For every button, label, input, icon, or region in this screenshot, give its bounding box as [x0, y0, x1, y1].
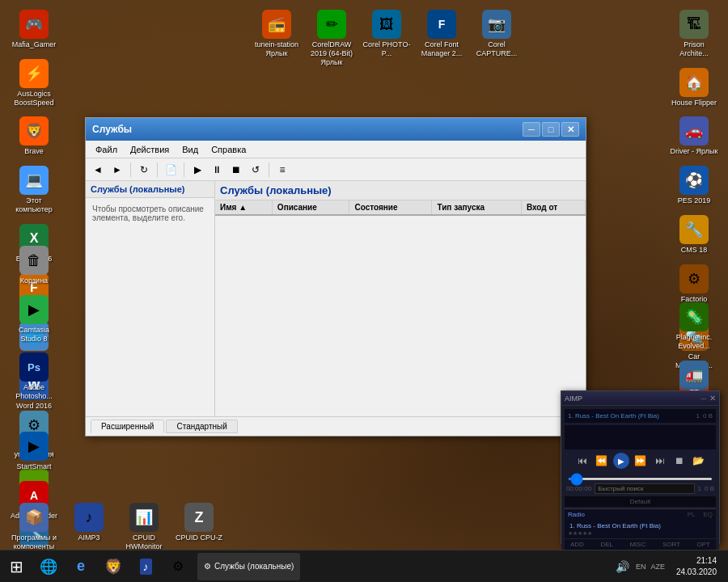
aimp-fastforward[interactable]: ⏩	[633, 453, 649, 469]
aimp-misc-btn[interactable]: MISC	[627, 541, 648, 548]
menu-view[interactable]: Вид	[176, 143, 205, 156]
desktop-icon-programs[interactable]: 📦 Программы и компоненты	[8, 500, 60, 555]
toolbar-props[interactable]: ≡	[273, 161, 291, 179]
startsmart-label: StartSmart	[16, 462, 51, 471]
aimp-sort-btn[interactable]: SORT	[660, 541, 683, 548]
aimp-repeat[interactable]: 0 B	[705, 485, 714, 492]
menu-help[interactable]: Справка	[205, 143, 252, 156]
desktop-icon-recycle[interactable]: 🗑 Корзина	[8, 242, 60, 289]
desktop-icon-auslogics[interactable]: ⚡ AusLogics BoostSpeed	[8, 56, 60, 111]
cpuid-z-icon: Z	[184, 503, 214, 532]
pes2019-label: PES 2019	[678, 196, 711, 205]
aimp-shuffle[interactable]: 1	[698, 485, 701, 492]
services-table[interactable]: Имя ▲ Описание Состояние Тип запуска Вхо…	[215, 200, 586, 416]
aimp-stop[interactable]: ⏹	[671, 453, 688, 469]
tray-lang[interactable]: EN	[636, 563, 646, 571]
aimp-prev[interactable]: ⏮	[574, 453, 590, 469]
tab-extended[interactable]: Расширенный	[91, 420, 164, 433]
toolbar-back[interactable]: ◄	[89, 161, 107, 179]
desktop-icon-cms[interactable]: 🔧 CMS 18	[668, 212, 720, 258]
cpuid-z-label: CPUID CPU-Z	[176, 534, 222, 542]
toolbar-pause[interactable]: ⏸	[208, 161, 226, 179]
aimp-search[interactable]	[595, 483, 694, 494]
col-startup[interactable]: Тип запуска	[432, 200, 521, 215]
desktop-icon-aimp3[interactable]: ♪ AIMP3	[63, 500, 115, 555]
start-button[interactable]: ⊞	[0, 550, 32, 583]
desktop-icon-mafia[interactable]: 🎮 Mafia_Gamer	[8, 6, 60, 53]
col-desc[interactable]: Описание	[272, 200, 349, 215]
desktop-icon-house-flipper[interactable]: 🏠 House Flipper	[668, 65, 720, 111]
desktop-icon-photoshop[interactable]: Ps Adobe Photosho...	[8, 349, 60, 404]
desktop-icon-tunein[interactable]: 📻 tunein-station Ярлык	[251, 6, 303, 70]
tray-volume[interactable]: 🔊	[615, 559, 631, 575]
taskbar-brave[interactable]: 🦁	[97, 550, 129, 583]
aimp-seekbar[interactable]	[568, 478, 713, 480]
desktop-icon-coreldraw[interactable]: ✏ CorelDRAW 2019 (64-Bit) Ярлык	[306, 6, 358, 70]
menu-file[interactable]: Файл	[89, 143, 124, 156]
tray-layout[interactable]: AZE	[650, 563, 665, 571]
taskbar-clock[interactable]: 21:14 24.03.2020	[671, 555, 722, 578]
taskbar-settings[interactable]: ⚙	[162, 550, 194, 583]
recycle-icon: 🗑	[19, 246, 49, 275]
desktop-icon-cpuid-z[interactable]: Z CPUID CPU-Z	[173, 500, 225, 555]
aimp-del-btn[interactable]: DEL	[598, 541, 616, 548]
prison-icon: 🏗	[679, 10, 709, 39]
tunein-icon: 📻	[262, 10, 291, 39]
desktop-icon-camtasia[interactable]: ▶ Camtasia Studio 8	[8, 292, 60, 347]
tunein-label: tunein-station Ярлык	[252, 40, 301, 58]
toolbar-restart[interactable]: ↺	[247, 161, 265, 179]
taskbar-ie[interactable]: 🌐	[32, 550, 65, 583]
corel-font-label: Corel Font Manager 2...	[417, 40, 466, 58]
toolbar-stop[interactable]: ⏹	[227, 161, 245, 179]
tab-standard[interactable]: Стандартный	[166, 420, 237, 433]
sidebar-header[interactable]: Службы (локальные)	[86, 181, 214, 198]
aimp-track-1[interactable]: 1. Russ - Best On Earth (Ft Bia)	[568, 521, 713, 530]
computer-label: Этот компьютер	[10, 196, 58, 214]
aimp-play[interactable]: ▶	[613, 453, 629, 469]
taskbar-aimp-icon[interactable]: ♪	[129, 550, 162, 583]
coreldraw-icon: ✏	[317, 10, 346, 39]
toolbar-forward[interactable]: ►	[108, 161, 126, 179]
desktop-icon-corel-photo[interactable]: 🖼 Corel PHOTO-P...	[361, 6, 413, 70]
aimp-footer: ADD DEL MISC SORT OPT	[565, 538, 716, 550]
desktop-icon-computer[interactable]: 💻 Этот компьютер	[8, 162, 60, 217]
col-login[interactable]: Вход от	[521, 200, 585, 215]
toolbar-refresh[interactable]: ↻	[135, 161, 153, 179]
aimp-next[interactable]: ⏭	[652, 453, 668, 469]
desktop-icon-startsmart[interactable]: ▶ StartSmart	[8, 428, 60, 474]
aimp-tab-radio[interactable]: Radio	[568, 511, 585, 518]
menu-action[interactable]: Действия	[124, 143, 176, 156]
maximize-button[interactable]: □	[542, 122, 560, 137]
aimp-titlebar: AIMP ─ ✕	[561, 391, 719, 406]
minimize-button[interactable]: ─	[523, 122, 540, 137]
desktop-icon-plague[interactable]: 🦠 Plague inc. Evolved...	[668, 299, 720, 354]
desktop-icon-corel-font[interactable]: F Corel Font Manager 2...	[416, 6, 468, 70]
show-desktop-button[interactable]	[722, 550, 728, 583]
col-name[interactable]: Имя ▲	[215, 200, 272, 215]
cms-icon: 🔧	[679, 215, 709, 244]
aimp-eq-btn[interactable]: PL	[590, 511, 696, 518]
aimp-rewind[interactable]: ⏪	[594, 453, 610, 469]
aimp-open[interactable]: 📂	[691, 453, 707, 469]
aimp-close[interactable]: ✕	[709, 394, 716, 403]
toolbar-play[interactable]: ▶	[188, 161, 206, 179]
aimp-fx-btn[interactable]: EQ	[703, 511, 713, 518]
photoshop-icon: Ps	[19, 352, 49, 382]
desktop-icon-brave[interactable]: 🦁 Brave	[8, 113, 60, 159]
desktop-icon-corel-capture[interactable]: 📷 Corel CAPTURE...	[471, 6, 523, 70]
close-button[interactable]: ✕	[561, 122, 579, 137]
desktop-icon-driver[interactable]: 🚗 Driver - Ярлык	[668, 113, 720, 159]
aimp-opt-btn[interactable]: OPT	[695, 541, 713, 548]
col-status[interactable]: Состояние	[349, 200, 432, 215]
taskbar-ie2[interactable]: e	[65, 550, 97, 583]
toolbar-export[interactable]: 📄	[162, 161, 180, 179]
desktop-icon-cpuid-hw[interactable]: 📊 CPUID HWMonitor	[118, 500, 170, 555]
taskbar-items: ⚙ Службы (локальные)	[194, 550, 608, 582]
desktop-icon-prison[interactable]: 🏗 Prison Archite...	[668, 6, 720, 61]
taskbar-services[interactable]: ⚙ Службы (локальные)	[197, 553, 300, 580]
aimp-minimize[interactable]: ─	[701, 394, 706, 403]
desktop-icon-pes2019[interactable]: ⚽ PES 2019	[668, 162, 720, 209]
aimp-add-btn[interactable]: ADD	[568, 541, 586, 548]
auslogics-icon: ⚡	[19, 59, 49, 88]
driver-icon: 🚗	[679, 116, 709, 146]
